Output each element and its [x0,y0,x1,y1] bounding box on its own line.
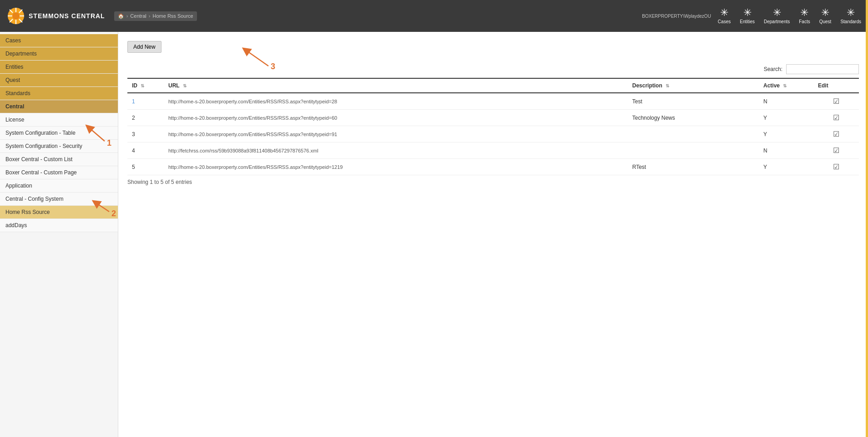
cell-description [628,142,759,159]
edit-icon[interactable]: ☑ [833,97,839,105]
cell-id: 1 [127,93,164,110]
header: STEMMONS CENTRAL 🏠 › Central › Home Rss … [0,0,868,32]
sort-desc-icon: ⇅ [666,83,669,88]
edit-icon[interactable]: ☑ [833,147,839,154]
table-controls: Search: [127,64,859,74]
table-row: 3http://home-s-20.boxerproperty.com/Enti… [127,126,859,142]
header-nav: ✳ Cases ✳ Entities ✳ Departments ✳ Facts… [718,8,861,24]
edit-icon[interactable]: ☑ [833,130,839,138]
nav-facts-label: Facts [799,19,810,24]
departments-icon: ✳ [773,8,781,18]
cell-id: 2 [127,110,164,126]
cell-edit[interactable]: ☑ [813,93,859,110]
right-bar [866,0,868,437]
col-header-active[interactable]: Active ⇅ [759,78,813,93]
facts-icon: ✳ [800,8,808,18]
table-row: 2http://home-s-20.boxerproperty.com/Enti… [127,110,859,126]
quest-icon: ✳ [821,8,829,18]
table-header-row: ID ⇅ URL ⇅ Description ⇅ Active ⇅ Edit [127,78,859,93]
logo-icon [7,7,25,25]
breadcrumb-central[interactable]: Central [130,13,146,19]
nav-cases[interactable]: ✳ Cases [718,8,731,24]
nav-entities[interactable]: ✳ Entities [740,8,755,24]
col-header-id[interactable]: ID ⇅ [127,78,164,93]
sidebar-item-boxer-custom-page[interactable]: Boxer Central - Custom Page [0,166,118,179]
sidebar-item-license[interactable]: License [0,113,118,127]
cell-active: Y [759,159,813,175]
sidebar-item-add-days[interactable]: addDays [0,219,118,232]
sort-url-icon: ⇅ [183,83,187,88]
sidebar-item-central[interactable]: Central [0,100,118,113]
nav-standards[interactable]: ✳ Standards [840,8,861,24]
content-area: Add New 3 Search: [118,32,868,437]
cell-description [628,126,759,142]
sidebar: Cases Departments Entities Quest Standar… [0,32,118,437]
sidebar-item-home-rss-source[interactable]: Home Rss Source [0,206,118,219]
table-row: 4http://fetchrss.com/rss/59b939088a93f81… [127,142,859,159]
cell-url: http://home-s-20.boxerproperty.com/Entit… [164,126,628,142]
sidebar-item-boxer-custom-list[interactable]: Boxer Central - Custom List [0,153,118,166]
cell-description: Test [628,93,759,110]
data-table: ID ⇅ URL ⇅ Description ⇅ Active ⇅ Edit 1… [127,78,859,175]
cell-edit[interactable]: ☑ [813,110,859,126]
sidebar-item-quest[interactable]: Quest [0,74,118,87]
sidebar-item-entities[interactable]: Entities [0,61,118,74]
sidebar-item-central-config-system[interactable]: Central - Config System [0,193,118,206]
nav-facts[interactable]: ✳ Facts [799,8,810,24]
cell-active: N [759,93,813,110]
breadcrumb-current[interactable]: Home Rss Source [152,13,193,19]
nav-departments-label: Departments [764,19,790,24]
breadcrumb: 🏠 › Central › Home Rss Source [114,11,197,21]
cell-id: 5 [127,159,164,175]
add-new-button[interactable]: Add New [127,41,161,53]
breadcrumb-home[interactable]: 🏠 [118,13,124,19]
cell-id: 3 [127,126,164,142]
search-label: Search: [764,66,782,72]
cell-description: Technology News [628,110,759,126]
search-input[interactable] [786,64,859,74]
user-info: BOXERPROPERTY\WplaydezOU [642,14,711,19]
cell-active: N [759,142,813,159]
edit-icon[interactable]: ☑ [833,114,839,122]
cell-edit[interactable]: ☑ [813,126,859,142]
edit-icon[interactable]: ☑ [833,163,839,171]
cell-url: http://home-s-20.boxerproperty.com/Entit… [164,110,628,126]
cell-description: RTest [628,159,759,175]
cell-edit[interactable]: ☑ [813,159,859,175]
standards-icon: ✳ [847,8,855,18]
app-title: STEMMONS CENTRAL [29,12,105,20]
table-footer: Showing 1 to 5 of 5 entries [127,179,859,185]
sidebar-item-standards[interactable]: Standards [0,87,118,100]
table-footer-text: Showing 1 to 5 of 5 entries [127,179,192,185]
table-row: 5http://home-s-20.boxerproperty.com/Enti… [127,159,859,175]
sidebar-item-application[interactable]: Application [0,179,118,193]
sidebar-item-departments[interactable]: Departments [0,47,118,61]
cell-active: Y [759,110,813,126]
svg-point-1 [12,12,20,20]
sidebar-item-cases[interactable]: Cases [0,34,118,47]
nav-cases-label: Cases [718,19,731,24]
nav-quest-label: Quest [819,19,832,24]
cell-id: 4 [127,142,164,159]
sidebar-item-sys-config-table[interactable]: System Configuration - Table [0,127,118,140]
cases-icon: ✳ [720,8,728,18]
col-header-edit: Edit [813,78,859,93]
nav-quest[interactable]: ✳ Quest [819,8,832,24]
table-row: 1http://home-s-20.boxerproperty.com/Enti… [127,93,859,110]
cell-url: http://home-s-20.boxerproperty.com/Entit… [164,159,628,175]
sort-id-icon: ⇅ [141,83,144,88]
cell-url: http://fetchrss.com/rss/59b939088a93f811… [164,142,628,159]
sidebar-item-sys-config-security[interactable]: System Configuration - Security [0,140,118,153]
nav-entities-label: Entities [740,19,755,24]
entities-icon: ✳ [743,8,752,18]
nav-departments[interactable]: ✳ Departments [764,8,790,24]
cell-active: Y [759,126,813,142]
cell-url: http://home-s-20.boxerproperty.com/Entit… [164,93,628,110]
col-header-url[interactable]: URL ⇅ [164,78,628,93]
cell-edit[interactable]: ☑ [813,142,859,159]
sort-active-icon: ⇅ [783,83,787,88]
col-header-description[interactable]: Description ⇅ [628,78,759,93]
id-link[interactable]: 1 [132,98,135,105]
logo: STEMMONS CENTRAL [7,7,105,25]
svg-line-10 [246,50,268,66]
